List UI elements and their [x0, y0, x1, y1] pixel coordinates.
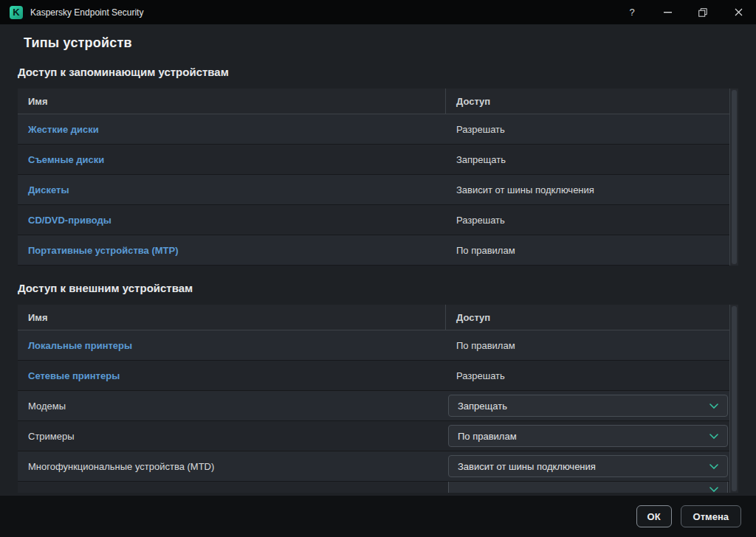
column-header-name: Имя: [18, 305, 446, 330]
name-cell: Съемные диски: [18, 145, 446, 174]
minimize-button[interactable]: [650, 0, 685, 24]
name-cell: Модемы: [18, 391, 446, 420]
table-scrollbar[interactable]: [729, 305, 738, 493]
cancel-button[interactable]: Отмена: [681, 505, 741, 527]
sections-container: Доступ к запоминающим устройствамИмяДост…: [18, 66, 738, 493]
access-value: Разрешать: [456, 370, 505, 381]
device-link[interactable]: CD/DVD-приводы: [28, 215, 111, 226]
name-cell: [18, 482, 446, 493]
kaspersky-logo-icon: K: [10, 6, 23, 19]
table-row: CD/DVD-приводыРазрешать: [18, 205, 738, 235]
access-cell: Разрешать: [446, 361, 729, 390]
access-cell: Зависит от шины подключения: [446, 451, 729, 481]
access-dropdown[interactable]: По правилам: [448, 425, 728, 447]
chevron-down-icon: [709, 403, 718, 409]
column-header-access: Доступ: [446, 305, 729, 330]
scrollbar-thumb[interactable]: [732, 306, 737, 491]
table-row: ДискетыЗависит от шины подключения: [18, 175, 738, 205]
access-dropdown[interactable]: Зависит от шины подключения: [448, 455, 728, 477]
name-cell: Портативные устройства (MTP): [18, 235, 446, 265]
access-cell: По правилам: [446, 330, 729, 360]
device-link[interactable]: Портативные устройства (MTP): [28, 245, 179, 256]
minimize-icon: [664, 12, 672, 13]
table-row: Жесткие дискиРазрешать: [18, 114, 738, 145]
title-bar-left: K Kaspersky Endpoint Security: [0, 6, 143, 19]
device-label: Модемы: [28, 401, 66, 412]
access-cell: Запрещать: [446, 391, 729, 420]
access-value: Разрешать: [456, 215, 505, 226]
name-cell: Многофункциональные устройства (MTD): [18, 451, 446, 481]
title-bar: K Kaspersky Endpoint Security ?: [0, 0, 756, 24]
access-value: Зависит от шины подключения: [456, 184, 594, 195]
name-cell: CD/DVD-приводы: [18, 205, 446, 235]
access-value: Запрещать: [456, 154, 506, 165]
column-header-name: Имя: [18, 89, 446, 114]
table-header-row: ИмяДоступ: [18, 89, 738, 114]
dropdown-selected-value: Зависит от шины подключения: [458, 461, 596, 472]
access-cell: Запрещать: [446, 145, 729, 174]
chevron-down-icon: [709, 464, 718, 469]
name-cell: Стримеры: [18, 421, 446, 451]
table-header-row: ИмяДоступ: [18, 305, 738, 330]
device-label: Многофункциональные устройства (MTD): [28, 461, 214, 472]
access-cell: [446, 482, 729, 493]
section-heading: Доступ к запоминающим устройствам: [18, 66, 738, 78]
access-dropdown[interactable]: [448, 482, 728, 493]
device-table: ИмяДоступЖесткие дискиРазрешатьСъемные д…: [18, 89, 738, 266]
restore-icon: [698, 8, 707, 17]
scrollbar-thumb[interactable]: [732, 90, 737, 264]
name-cell: Жесткие диски: [18, 114, 446, 144]
device-table: ИмяДоступЛокальные принтерыПо правиламСе…: [18, 305, 738, 493]
table-row: [18, 482, 738, 493]
table-row: Портативные устройства (MTP)По правилам: [18, 235, 738, 266]
name-cell: Сетевые принтеры: [18, 361, 446, 390]
device-link[interactable]: Съемные диски: [28, 154, 104, 165]
chevron-down-icon: [709, 434, 718, 439]
section-heading: Доступ к внешним устройствам: [18, 282, 738, 294]
table-row: СтримерыПо правилам: [18, 421, 738, 451]
access-cell: По правилам: [446, 421, 729, 451]
table-row: Многофункциональные устройства (MTD)Зави…: [18, 451, 738, 482]
access-value: По правилам: [456, 245, 515, 256]
device-link[interactable]: Локальные принтеры: [28, 340, 132, 351]
dropdown-selected-value: По правилам: [458, 431, 517, 442]
chevron-down-icon: [709, 487, 718, 492]
column-header-access: Доступ: [446, 89, 729, 114]
main-content: Типы устройств Доступ к запоминающим уст…: [0, 24, 756, 496]
window-title: Kaspersky Endpoint Security: [30, 7, 143, 18]
footer-bar: ОК Отмена: [0, 496, 756, 537]
help-button[interactable]: ?: [614, 0, 650, 24]
table-scrollbar[interactable]: [729, 89, 738, 266]
device-label: Стримеры: [28, 431, 75, 442]
close-button[interactable]: [721, 0, 756, 24]
table-row: Съемные дискиЗапрещать: [18, 145, 738, 175]
access-cell: Разрешать: [446, 114, 729, 144]
restore-button[interactable]: [685, 0, 721, 24]
device-link[interactable]: Жесткие диски: [28, 124, 99, 135]
name-cell: Дискеты: [18, 175, 446, 204]
device-link[interactable]: Дискеты: [28, 184, 69, 195]
access-cell: По правилам: [446, 235, 729, 265]
access-value: По правилам: [456, 340, 515, 351]
access-dropdown[interactable]: Запрещать: [448, 395, 728, 417]
ok-button[interactable]: ОК: [636, 505, 672, 527]
access-value: Разрешать: [456, 124, 505, 135]
access-cell: Разрешать: [446, 205, 729, 235]
name-cell: Локальные принтеры: [18, 330, 446, 360]
dropdown-selected-value: Запрещать: [458, 401, 507, 412]
app-window: K Kaspersky Endpoint Security ? Типы уст…: [0, 0, 756, 537]
table-row: Сетевые принтерыРазрешать: [18, 361, 738, 391]
window-controls: ?: [614, 0, 756, 24]
page-title: Типы устройств: [24, 35, 738, 51]
table-row: МодемыЗапрещать: [18, 391, 738, 421]
close-icon: [735, 8, 743, 16]
table-row: Локальные принтерыПо правилам: [18, 330, 738, 361]
device-link[interactable]: Сетевые принтеры: [28, 370, 120, 381]
access-cell: Зависит от шины подключения: [446, 175, 729, 204]
